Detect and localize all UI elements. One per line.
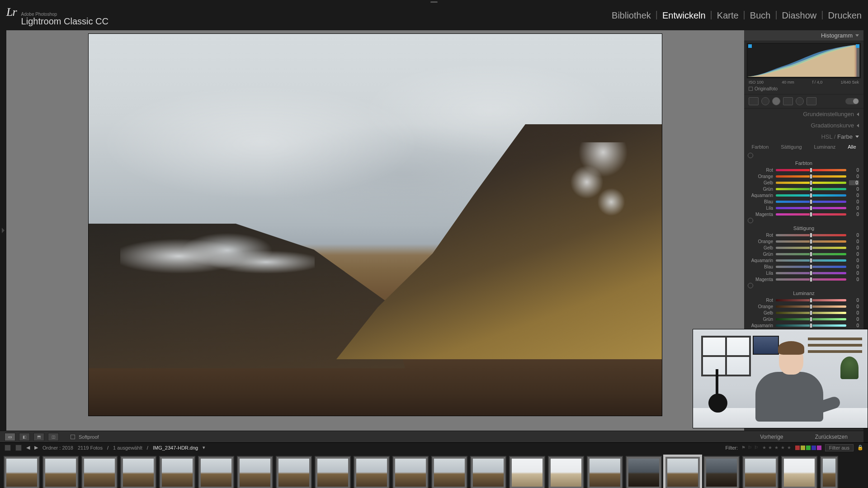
module-print[interactable]: Drucken bbox=[828, 9, 862, 22]
thumbnail[interactable] bbox=[354, 456, 390, 488]
brush-tool[interactable] bbox=[807, 97, 816, 105]
lum-green-slider[interactable] bbox=[776, 318, 846, 320]
lum-orange-slider[interactable] bbox=[776, 305, 846, 308]
tat-hue[interactable] bbox=[748, 153, 753, 158]
exif-focal: 40 mm bbox=[782, 80, 794, 84]
lum-red-slider[interactable] bbox=[776, 299, 846, 301]
thumbnail[interactable] bbox=[276, 456, 312, 488]
thumbnail[interactable] bbox=[159, 456, 195, 488]
color-label-filter[interactable] bbox=[795, 446, 821, 450]
group-lum-title: Luminanz bbox=[744, 289, 863, 297]
module-slideshow[interactable]: Diashow bbox=[782, 9, 817, 22]
sat-aqua-slider[interactable] bbox=[776, 259, 846, 262]
redeye-tool[interactable] bbox=[772, 97, 780, 105]
original-label: Originalfoto bbox=[755, 86, 778, 91]
grad-tool[interactable] bbox=[783, 97, 793, 105]
thumbnail[interactable] bbox=[626, 456, 662, 488]
thumbnail[interactable] bbox=[781, 456, 817, 488]
sat-orange-slider[interactable] bbox=[776, 240, 846, 243]
hue-aqua-slider[interactable] bbox=[776, 194, 846, 197]
hue-yellow-slider[interactable] bbox=[776, 182, 846, 184]
flag-filters[interactable]: ⚑ ⚐ ⚐ bbox=[741, 445, 759, 450]
hue-magenta-slider[interactable] bbox=[776, 213, 846, 216]
lum-aqua-slider[interactable] bbox=[776, 324, 846, 327]
thumbnail[interactable] bbox=[4, 456, 40, 488]
section-basic[interactable]: Grundeinstellungen bbox=[744, 108, 863, 120]
module-library[interactable]: Bibliothek bbox=[612, 9, 651, 22]
crop-tool[interactable] bbox=[749, 97, 759, 105]
thumbnail-selected[interactable] bbox=[665, 456, 701, 488]
svg-rect-1 bbox=[856, 44, 859, 48]
rating-filter[interactable]: ★ ★ ★ ★ ★ bbox=[762, 445, 792, 450]
section-hsl[interactable]: HSL / Farbe bbox=[744, 131, 863, 142]
thumbnail[interactable] bbox=[703, 456, 740, 488]
sat-red-slider[interactable] bbox=[776, 234, 846, 236]
tab-hue[interactable]: Farbton bbox=[751, 144, 769, 150]
grid-icon[interactable] bbox=[15, 445, 22, 451]
before-after-split-button[interactable]: ◫ bbox=[48, 433, 59, 441]
thumbnail[interactable] bbox=[431, 456, 467, 488]
tab-lum[interactable]: Luminanz bbox=[814, 144, 836, 150]
module-book[interactable]: Buch bbox=[750, 9, 771, 22]
chevron-left-icon bbox=[857, 113, 859, 116]
svg-rect-0 bbox=[748, 44, 752, 48]
filter-lock-icon[interactable]: 🔒 bbox=[857, 445, 863, 450]
chevron-down-icon bbox=[855, 34, 859, 37]
sat-yellow-slider[interactable] bbox=[776, 247, 846, 249]
thumbnail[interactable] bbox=[509, 456, 545, 488]
thumbnail[interactable] bbox=[198, 456, 234, 488]
thumbnail[interactable] bbox=[470, 456, 506, 488]
hsl-tabs: Farbton Sättigung Luminanz Alle bbox=[744, 142, 863, 152]
histogram-header[interactable]: Histogramm bbox=[744, 30, 863, 41]
sat-magenta-slider[interactable] bbox=[776, 278, 846, 281]
photo-canvas[interactable] bbox=[6, 30, 744, 431]
module-develop[interactable]: Entwickeln bbox=[662, 9, 706, 22]
thumbnail[interactable] bbox=[820, 456, 838, 488]
section-tonecurve[interactable]: Gradationskurve bbox=[744, 120, 863, 131]
mask-switch[interactable] bbox=[845, 98, 859, 104]
thumbnail[interactable] bbox=[548, 456, 584, 488]
group-hue-title: Farbton bbox=[744, 159, 863, 167]
module-map[interactable]: Karte bbox=[717, 9, 739, 22]
previous-button[interactable]: Vorherige bbox=[760, 434, 783, 440]
tab-sat[interactable]: Sättigung bbox=[781, 144, 802, 150]
canvas-toolbar: ▭ ◧ ⬒ ◫ Softproof bbox=[0, 431, 744, 442]
softproof-checkbox[interactable] bbox=[71, 435, 75, 439]
histogram[interactable] bbox=[747, 43, 861, 78]
before-after-lr-button[interactable]: ◧ bbox=[19, 433, 30, 441]
thumbnail[interactable] bbox=[392, 456, 429, 488]
histogram-title: Histogramm bbox=[821, 32, 853, 39]
filmstrip[interactable] bbox=[0, 452, 868, 488]
hue-green-slider[interactable] bbox=[776, 188, 846, 190]
thumbnail[interactable] bbox=[42, 456, 79, 488]
thumbnail[interactable] bbox=[587, 456, 623, 488]
hue-orange-slider[interactable] bbox=[776, 175, 846, 178]
left-panel-toggle[interactable] bbox=[0, 30, 6, 431]
radial-tool[interactable] bbox=[796, 97, 804, 105]
exif-shutter: 1/640 Sek bbox=[840, 80, 859, 84]
sat-blue-slider[interactable] bbox=[776, 266, 846, 268]
thumbnail[interactable] bbox=[81, 456, 118, 488]
loupe-view-button[interactable]: ▭ bbox=[5, 433, 15, 441]
filter-preset[interactable]: Filter aus bbox=[825, 444, 854, 451]
tat-sat[interactable] bbox=[748, 218, 753, 223]
before-after-tb-button[interactable]: ⬒ bbox=[33, 433, 44, 441]
original-checkbox[interactable] bbox=[749, 87, 753, 91]
hue-purple-slider[interactable] bbox=[776, 207, 846, 209]
thumbnail[interactable] bbox=[315, 456, 351, 488]
second-window-button[interactable] bbox=[5, 445, 11, 451]
thumbnail[interactable] bbox=[742, 456, 778, 488]
app-logo: Lr bbox=[6, 5, 17, 19]
hue-blue-slider[interactable] bbox=[776, 201, 846, 203]
hue-red-slider[interactable] bbox=[776, 169, 846, 171]
thumbnail[interactable] bbox=[120, 456, 156, 488]
spot-tool[interactable] bbox=[761, 97, 769, 105]
reset-button[interactable]: Zurücksetzen bbox=[815, 434, 848, 440]
sat-green-slider[interactable] bbox=[776, 253, 846, 255]
softproof-label: Softproof bbox=[79, 434, 99, 440]
lum-yellow-slider[interactable] bbox=[776, 312, 846, 314]
thumbnail[interactable] bbox=[237, 456, 273, 488]
tat-lum[interactable] bbox=[748, 283, 753, 288]
tab-all[interactable]: Alle bbox=[848, 144, 856, 150]
sat-purple-slider[interactable] bbox=[776, 272, 846, 274]
